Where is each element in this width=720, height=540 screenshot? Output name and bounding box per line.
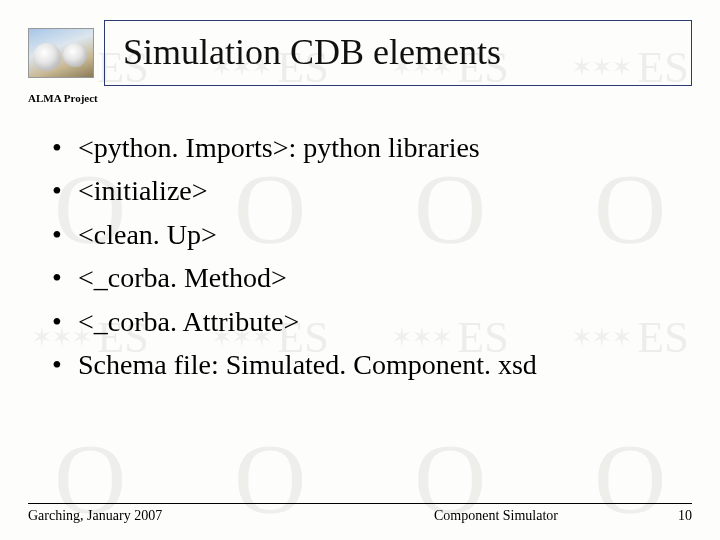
list-item: <clean. Up>	[52, 213, 692, 256]
footer-divider	[28, 503, 692, 504]
list-item: <_corba. Attribute>	[52, 300, 692, 343]
footer-location-date: Garching, January 2007	[28, 508, 340, 524]
list-item: <_corba. Method>	[52, 256, 692, 299]
list-item: Schema file: Simulated. Component. xsd	[52, 343, 692, 386]
list-item: <python. Imports>: python libraries	[52, 126, 692, 169]
footer-subtitle: Component Simulator	[340, 508, 652, 524]
bullet-list: <python. Imports>: python libraries <ini…	[28, 126, 692, 386]
footer-page-number: 10	[652, 508, 692, 524]
slide-header: Simulation CDB elements	[28, 20, 692, 86]
title-box: Simulation CDB elements	[104, 20, 692, 86]
slide-content: Simulation CDB elements ALMA Project <py…	[0, 0, 720, 540]
list-item: <initialize>	[52, 169, 692, 212]
slide-title: Simulation CDB elements	[123, 31, 673, 73]
alma-logo	[28, 28, 94, 78]
project-label: ALMA Project	[28, 92, 692, 104]
slide-footer: Garching, January 2007 Component Simulat…	[28, 503, 692, 524]
